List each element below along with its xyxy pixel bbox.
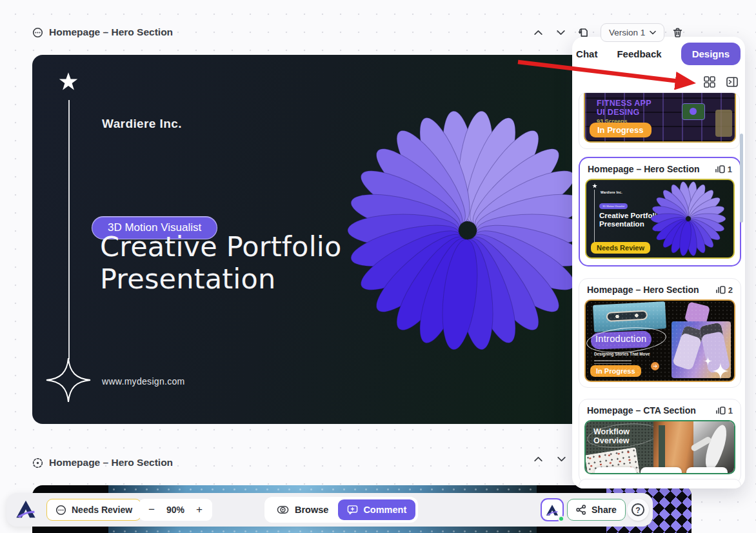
- online-status-dot: [558, 516, 564, 522]
- role-badge: 3D Motion Visualist: [599, 203, 628, 209]
- collapse-up-button[interactable]: [533, 27, 544, 38]
- zoom-level: 90%: [161, 505, 190, 515]
- thumbnail-card-shape: [595, 467, 636, 474]
- tab-feedback[interactable]: Feedback: [617, 48, 661, 59]
- person-photo: [693, 421, 734, 473]
- thumbnail-title: Creative Portfolio Presentation: [599, 212, 661, 228]
- help-button[interactable]: ?: [627, 499, 649, 521]
- thumbnail-tagline: Designing Stories That Move: [594, 352, 650, 356]
- design-card-partial[interactable]: [579, 479, 741, 488]
- version-label: Version 1: [609, 28, 645, 37]
- card-header: Homepage – CTA Section 1: [579, 399, 741, 419]
- status-badge: In Progress: [590, 123, 652, 137]
- screens-count-icon: [715, 165, 725, 174]
- section-title: Homepage – Hero Section: [49, 457, 173, 468]
- mode-controls: Browse Comment: [264, 497, 418, 523]
- hero-title-line1: Creative Portfolio: [100, 230, 341, 263]
- hero-title: Creative Portfolio Presentation: [100, 230, 341, 295]
- design-card-cta[interactable]: Homepage – CTA Section 1 Workflow Overvi…: [579, 399, 741, 484]
- status-badge: Needs Review: [591, 242, 650, 254]
- thumbnail-title: FITNESS APP UI DESING: [597, 99, 652, 117]
- comment-ellipsis-icon: [32, 27, 43, 38]
- section2-controls: [533, 454, 567, 465]
- design-card-hero-1[interactable]: Homepage – Hero Section 1 Wardiere Inc. …: [579, 157, 741, 266]
- website-url: www.mydesign.com: [102, 376, 185, 387]
- sparkle-icon: [45, 357, 92, 403]
- hero-title-line2: Presentation: [100, 263, 341, 295]
- design-card-fitness[interactable]: FITNESS APP UI DESING 93 Screens In Prog…: [579, 92, 740, 149]
- comment-plus-icon: [347, 505, 358, 515]
- collapse-down-button[interactable]: [555, 27, 566, 38]
- status-badge: In Progress: [590, 365, 641, 377]
- play-icon: [690, 108, 697, 115]
- avatar-logo: [546, 504, 559, 516]
- thumbnail-card-shape: [641, 467, 682, 474]
- thumbnail-headline: Introduction: [595, 334, 646, 344]
- cassette-window: [606, 310, 648, 322]
- status-review-button[interactable]: Needs Review: [46, 499, 141, 521]
- sparkle-icon: [712, 363, 729, 379]
- chevron-down-icon: [650, 30, 656, 35]
- design-card-hero-2[interactable]: Homepage – Hero Section 2 Introduction D…: [579, 278, 741, 388]
- restore-version-icon[interactable]: [578, 27, 589, 38]
- card-title: Homepage – Hero Section: [587, 285, 699, 295]
- sparkle-icon: [704, 357, 712, 365]
- tab-designs[interactable]: Designs: [681, 43, 741, 65]
- card-count: 2: [715, 285, 733, 295]
- collapse-panel-icon[interactable]: [726, 76, 738, 88]
- grid-view-icon[interactable]: [704, 76, 715, 88]
- thumbnail-screen: [715, 110, 732, 137]
- comment-ellipsis-icon: [55, 505, 66, 516]
- card-thumbnail: Wardiere Inc. 3D Motion Visualist Creati…: [585, 179, 735, 259]
- card-title: Homepage – CTA Section: [587, 405, 696, 416]
- panel-view-controls: [704, 76, 738, 88]
- vertical-line: [594, 190, 595, 246]
- dashed-circle-icon: [32, 458, 43, 468]
- workflow-panel: Workflow Overview: [586, 421, 653, 473]
- share-button[interactable]: Share: [567, 499, 626, 521]
- share-icon: [576, 505, 586, 515]
- panel-tabs: Chat Feedback Designs: [576, 43, 741, 65]
- section-header-1: Homepage – Hero Section: [32, 26, 173, 38]
- brand-name: Wardiere Inc.: [102, 117, 182, 131]
- collapse-down-button[interactable]: [556, 454, 567, 465]
- browse-icon: [277, 505, 289, 515]
- card-header: Homepage – Hero Section 1: [580, 158, 740, 177]
- tab-chat[interactable]: Chat: [576, 48, 597, 59]
- person-shape: [700, 423, 731, 472]
- app-logo: [15, 499, 36, 519]
- bottom-toolbar: Needs Review − 90% + Browse Comment Shar…: [6, 493, 653, 527]
- zoom-in-button[interactable]: +: [190, 503, 209, 516]
- card-count: 1: [715, 406, 733, 416]
- help-glyph: ?: [635, 506, 641, 515]
- arrow-circle-icon: [651, 362, 659, 370]
- panel-scrollbar[interactable]: [740, 134, 743, 223]
- star-icon: [592, 183, 597, 188]
- browse-button[interactable]: Browse: [267, 499, 338, 520]
- status-label: Needs Review: [72, 505, 132, 515]
- collapse-up-button[interactable]: [533, 454, 544, 465]
- card-thumbnail: Workflow Overview: [584, 420, 735, 474]
- header-controls: Version 1: [533, 23, 695, 42]
- card-title: Homepage – Hero Section: [588, 164, 700, 174]
- section-title: Homepage – Hero Section: [49, 26, 173, 38]
- screens-count-icon: [715, 285, 726, 294]
- door-image: [653, 421, 693, 473]
- screens-count-icon: [715, 406, 726, 415]
- brand-name: Wardiere Inc.: [601, 190, 622, 194]
- zoom-out-button[interactable]: −: [142, 503, 161, 516]
- card-thumbnail: FITNESS APP UI DESING 93 Screens In Prog…: [584, 93, 736, 143]
- delete-button[interactable]: [672, 27, 683, 38]
- vertical-line: [68, 100, 70, 359]
- user-avatar[interactable]: [541, 498, 564, 521]
- app-window: Homepage – Hero Section Version 1 Wardie…: [0, 0, 756, 533]
- thumbnail-headline: Workflow Overview: [593, 427, 630, 445]
- card-header: Homepage – Hero Section 2: [579, 279, 741, 298]
- section-header-2: Homepage – Hero Section: [32, 457, 173, 468]
- zoom-controls: − 90% +: [139, 499, 212, 521]
- card-thumbnail: Introduction Designing Stories That Move…: [584, 299, 735, 382]
- version-dropdown[interactable]: Version 1: [601, 23, 664, 42]
- designs-panel: Chat Feedback Designs FITNESS APP UI DES…: [572, 37, 745, 488]
- thumbnail-card-shape: [686, 467, 728, 474]
- comment-button[interactable]: Comment: [338, 499, 415, 520]
